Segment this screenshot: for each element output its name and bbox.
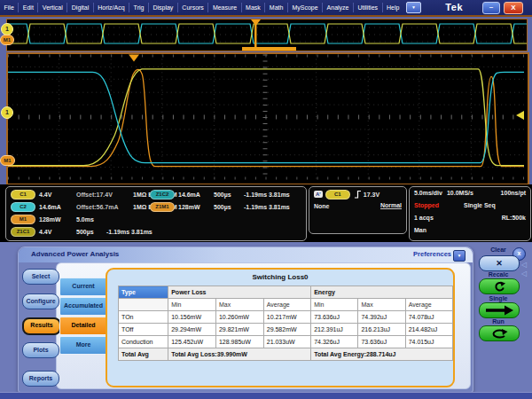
run-label: Run <box>476 318 520 325</box>
recalc-button[interactable] <box>479 278 520 294</box>
z1c2-timebase: 500µs <box>214 192 244 198</box>
waveform-overview[interactable] <box>6 19 528 51</box>
menu-utilities[interactable]: Utilities <box>354 3 383 12</box>
preferences-link[interactable]: Preferences <box>413 250 451 258</box>
row-label: TOff <box>119 324 168 336</box>
acq-timebase: 5.0ms/div <box>414 190 442 196</box>
power-loss-header: Power Loss <box>168 286 311 299</box>
z1c1-badge[interactable]: Z1C1 <box>11 227 35 237</box>
trigger-row2: None Normal <box>314 202 402 209</box>
z1c1-scale[interactable]: 4.4V <box>39 229 76 235</box>
overview-trigger-marker <box>251 20 261 26</box>
channel-readout-box: C1 4.4V Offset:17.4V 1MΩ Bw:20.0M C2 14.… <box>5 186 307 241</box>
nav-left-icon[interactable]: ◁ <box>521 262 527 269</box>
menu-myscope[interactable]: MyScope <box>288 3 323 12</box>
trigger-level-marker <box>516 111 524 120</box>
c2-scale[interactable]: 14.6mA <box>39 204 76 210</box>
overview-ch1-marker[interactable]: 1 <box>1 23 13 35</box>
close-icon[interactable]: X <box>504 2 523 14</box>
clear-button[interactable]: ✕ <box>479 255 520 271</box>
menu-analyze[interactable]: Analyze <box>323 3 354 12</box>
clear-label: Clear <box>476 246 520 253</box>
trigger-a-icon: A' <box>314 191 323 198</box>
z1c2-scale[interactable]: 14.6mA <box>178 192 214 198</box>
advanced-power-analysis-window: Advanced Power Analysis Preferences ▼ Se… <box>18 246 473 393</box>
trigger-level: 17.3V <box>364 192 379 198</box>
tab-accumulated[interactable]: Accumulated <box>59 297 107 316</box>
z1m1-badge[interactable]: Z1M1 <box>150 202 175 212</box>
run-button[interactable] <box>479 325 520 341</box>
cell: 21.033uW <box>263 336 310 348</box>
preferences-dropdown-icon[interactable]: ▼ <box>453 250 466 262</box>
acq-row3: 1 acqs RL:500k <box>414 215 526 221</box>
main-ch1-marker[interactable]: 1 <box>1 106 13 119</box>
menu-edit[interactable]: Edit <box>19 3 38 12</box>
menu-digital[interactable]: Digital <box>67 3 93 12</box>
acq-record-length: RL:500k <box>502 215 526 221</box>
m1-badge[interactable]: M1 <box>11 215 35 224</box>
trigger-source-badge[interactable]: C1 <box>325 190 350 200</box>
table-row-ton: TOn 10.156mW 10.260mW 10.217mW 73.636uJ … <box>119 311 453 324</box>
subheader-avg1: Average <box>263 299 310 311</box>
tab-detailed[interactable]: Detailed <box>59 317 107 335</box>
results-button[interactable]: Results <box>22 317 61 335</box>
recalc-label: Recalc <box>476 271 520 278</box>
subheader-max2: Max <box>358 299 405 311</box>
z1m1-scale[interactable]: 128mW <box>178 204 214 210</box>
zoom-region-bar <box>242 47 296 51</box>
menu-cursors[interactable]: Cursors <box>178 3 209 12</box>
z1c2-window: -1.19ms 3.81ms <box>244 192 290 198</box>
readout-row-m1: M1 128mW 5.0ms <box>11 215 94 224</box>
cell: 29.582mW <box>263 324 310 336</box>
trigger-mode: Normal <box>380 202 402 209</box>
select-button[interactable]: Select <box>22 269 59 285</box>
readout-strip: C1 4.4V Offset:17.4V 1MΩ Bw:20.0M C2 14.… <box>0 184 532 242</box>
menu-horizacq[interactable]: Horiz/Acq <box>94 3 129 12</box>
table-sub-header-row: Min Max Average Min Max Average <box>119 299 453 311</box>
acq-sequence: Single Seq <box>464 202 496 208</box>
apa-title-bar[interactable]: Advanced Power Analysis Preferences ▼ <box>19 247 473 262</box>
table-row-toff: TOff 29.294mW 29.821mW 29.582mW 212.391u… <box>119 324 453 336</box>
oscilloscope-screen: File Edit Vertical Digital Horiz/Acq Tri… <box>0 0 532 399</box>
switching-loss-panel: Switching Loss0 Type Power Loss Energy M… <box>106 268 455 387</box>
c1-scale[interactable]: 4.4V <box>39 192 76 198</box>
rising-edge-icon <box>354 190 362 199</box>
recalc-icon <box>492 281 506 293</box>
waveform-main-grid[interactable] <box>6 52 529 185</box>
overview-math1-marker[interactable]: M1 <box>0 35 14 45</box>
tek-logo: Tek <box>445 2 463 12</box>
main-math1-marker[interactable]: M1 <box>0 155 15 166</box>
cell: 216.213uJ <box>358 324 405 336</box>
scope-display: 1 M1 <box>0 17 532 242</box>
trigger-readout-box[interactable]: A' C1 17.3V None Normal <box>309 186 407 234</box>
c2-badge[interactable]: C2 <box>11 202 35 212</box>
total-avg-energy: Total Avg Energy:288.714uJ <box>311 348 453 361</box>
m1-scale[interactable]: 128mW <box>39 216 76 223</box>
single-label: Single <box>476 295 520 301</box>
main-waveforms <box>8 54 524 180</box>
tab-current[interactable]: Current <box>59 278 107 296</box>
energy-header: Energy <box>311 286 453 299</box>
reports-button[interactable]: Reports <box>22 371 59 387</box>
nav-left-icon-2[interactable]: ◁ <box>521 270 527 278</box>
c1-badge[interactable]: C1 <box>11 190 35 200</box>
tab-more[interactable]: More <box>59 336 107 355</box>
single-button[interactable] <box>479 302 520 318</box>
plots-button[interactable]: Plots <box>22 342 59 358</box>
menu-help[interactable]: Help <box>383 3 403 12</box>
trigger-position-marker <box>129 54 139 61</box>
menu-file[interactable]: File <box>0 3 19 12</box>
menu-measure[interactable]: Measure <box>208 3 241 12</box>
configure-button[interactable]: Configure <box>22 293 59 309</box>
menu-math[interactable]: Math <box>265 3 288 12</box>
minimize-icon[interactable]: – <box>482 2 500 14</box>
menu-vertical[interactable]: Vertical <box>38 3 67 12</box>
menu-mask[interactable]: Mask <box>242 3 266 12</box>
menu-trig[interactable]: Trig <box>129 3 149 12</box>
bottom-task-bar <box>0 392 532 399</box>
menu-overflow-icon[interactable]: ▼ <box>406 2 421 13</box>
z1c2-badge[interactable]: Z1C2 <box>150 190 175 200</box>
cell: 214.482uJ <box>405 324 452 336</box>
acquisition-readout-box: 5.0ms/div 10.0MS/s 100ns/pt Stopped Sing… <box>409 186 531 241</box>
menu-display[interactable]: Display <box>149 3 178 12</box>
